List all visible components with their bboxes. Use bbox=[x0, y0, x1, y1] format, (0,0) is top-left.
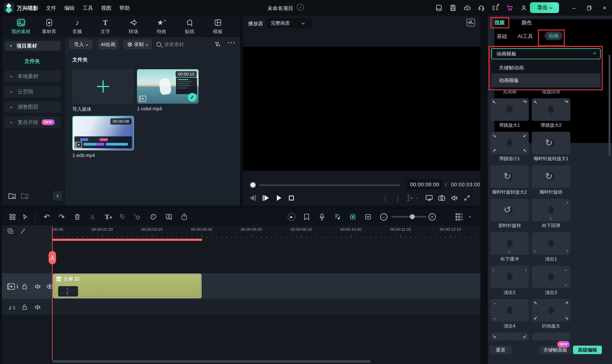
voiceover-mic-icon[interactable] bbox=[318, 213, 326, 221]
filter-icon[interactable] bbox=[214, 41, 221, 48]
split-scissors-icon[interactable] bbox=[88, 213, 97, 221]
animation-tile-顺时针旋转[interactable]: ↻ bbox=[532, 165, 570, 188]
split-screen-icon[interactable] bbox=[349, 213, 357, 221]
panel-layout-icon[interactable] bbox=[435, 4, 443, 12]
zoom-slider-handle[interactable] bbox=[410, 214, 415, 219]
animation-tile-淡出3[interactable]: ←← bbox=[532, 266, 570, 288]
clip-tile-1-edit[interactable]: 00:00:08 bbox=[72, 116, 134, 150]
delete-folder-icon[interactable] bbox=[20, 192, 29, 200]
video-preview[interactable] bbox=[243, 47, 480, 171]
menu-item[interactable]: 文件 bbox=[46, 5, 56, 12]
restore-button[interactable] bbox=[583, 0, 596, 16]
cloud-sync-icon[interactable] bbox=[463, 4, 471, 12]
mark-out-icon[interactable]: } bbox=[393, 193, 402, 203]
minimize-button[interactable]: – bbox=[567, 0, 581, 16]
track-view-icon[interactable] bbox=[453, 213, 465, 221]
speech-to-text-icon[interactable]: TT bbox=[119, 213, 127, 221]
media-tab-5[interactable]: 转场 bbox=[119, 16, 147, 37]
animation-tile-淡出1[interactable]: ↑↑ bbox=[532, 232, 570, 255]
menu-item[interactable]: 工具 bbox=[83, 5, 93, 12]
advanced-edit-button[interactable]: 高级编辑 bbox=[573, 346, 602, 354]
menu-item[interactable]: 帮助 bbox=[119, 5, 130, 12]
zoom-in-icon[interactable]: + bbox=[428, 213, 436, 221]
previous-frame-button[interactable] bbox=[248, 193, 257, 203]
render-preview-icon[interactable]: ▶ bbox=[287, 213, 296, 221]
support-headset-icon[interactable] bbox=[477, 4, 485, 12]
animation-type-dropdown[interactable]: 动画模板 bbox=[491, 48, 601, 59]
seek-handle[interactable] bbox=[250, 182, 256, 188]
add-folder-icon[interactable] bbox=[8, 192, 16, 200]
menu-item[interactable]: 视图 bbox=[101, 5, 111, 12]
reset-button[interactable]: 重置 bbox=[490, 346, 512, 354]
export-button[interactable]: 导出 bbox=[530, 2, 559, 13]
mark-in-icon[interactable]: { bbox=[381, 193, 390, 203]
text-tool-icon[interactable]: T◢ bbox=[104, 213, 112, 221]
scopes-icon[interactable] bbox=[467, 19, 475, 26]
timeline-clip-split-screen[interactable]: 分屏 22 1 2 bbox=[53, 274, 201, 298]
redo-icon[interactable]: ↷ bbox=[57, 213, 66, 221]
collapse-sidebar-button[interactable]: ‹ bbox=[53, 191, 62, 201]
animation-tile-向下缓冲[interactable]: ↓ bbox=[490, 232, 529, 255]
import-button[interactable]: 导入 bbox=[69, 39, 92, 49]
media-tab-8[interactable]: 模板 bbox=[204, 16, 232, 37]
animation-tile-弹跳放大2[interactable]: ↖↷ bbox=[532, 98, 570, 121]
sidebar-item-project-media[interactable]: ▾ 项目素材 bbox=[5, 41, 61, 51]
more-options-icon[interactable]: ··· bbox=[227, 39, 236, 46]
delete-icon[interactable] bbox=[73, 213, 81, 221]
snapshot-camera-icon[interactable] bbox=[438, 193, 446, 203]
animation-tile[interactable] bbox=[532, 333, 570, 340]
animation-tile-顺时针旋转放大2[interactable]: ↻ bbox=[490, 165, 529, 188]
media-tab-4[interactable]: T文字 bbox=[91, 16, 119, 37]
export-dropdown-icon[interactable] bbox=[549, 6, 552, 9]
playhead[interactable] bbox=[52, 226, 52, 360]
play-button[interactable] bbox=[275, 193, 283, 203]
subtab-animation[interactable]: 动画 bbox=[545, 31, 562, 40]
keyframe-icon[interactable]: ◇+ bbox=[133, 213, 142, 221]
mute-track-icon[interactable] bbox=[34, 283, 41, 290]
sidebar-item[interactable]: ▸云空间 bbox=[5, 86, 61, 98]
apps-grid-icon[interactable] bbox=[491, 4, 500, 12]
import-media-tile[interactable] bbox=[72, 69, 134, 104]
speed-clock-icon[interactable] bbox=[180, 213, 188, 221]
animation-tile-闪动放大[interactable]: ↖↗↙↘ bbox=[532, 299, 570, 322]
audio-beat-icon[interactable] bbox=[333, 213, 342, 221]
media-tab-2[interactable]: 素材库 bbox=[35, 16, 63, 37]
playhead-cut-handle[interactable] bbox=[49, 251, 56, 264]
lock-track-icon[interactable] bbox=[22, 304, 27, 310]
search-input[interactable] bbox=[164, 41, 206, 47]
clip-tile-1-color[interactable]: 00:00:10 ✓ bbox=[137, 69, 199, 104]
lock-track-icon[interactable] bbox=[22, 283, 27, 290]
subtab-ai-tools[interactable]: AI工具 bbox=[518, 33, 533, 40]
color-palette-icon[interactable] bbox=[149, 213, 158, 221]
store-cart-icon[interactable] bbox=[506, 4, 514, 12]
portrait-cutout-icon[interactable] bbox=[165, 213, 173, 221]
animation-tile-弹跳缩小1[interactable]: ↘↙↗↖ bbox=[490, 132, 529, 154]
fit-timeline-icon[interactable] bbox=[364, 213, 372, 221]
fullscreen-icon[interactable] bbox=[463, 193, 471, 203]
save-icon[interactable] bbox=[449, 4, 457, 12]
sidebar-item[interactable]: ▸复合片段NEW bbox=[5, 116, 61, 128]
animation-tile-逆时针旋转[interactable]: ↺ bbox=[490, 199, 529, 221]
trim-tool-icon[interactable] bbox=[405, 193, 418, 203]
animation-tile-顺时针旋转放大1[interactable]: ↻ bbox=[532, 132, 570, 154]
animation-tile-淡出4[interactable]: →→ bbox=[490, 299, 529, 322]
current-timecode[interactable]: 00:00:00:00 bbox=[407, 179, 443, 190]
animation-tile-向下回弹[interactable]: ↑↓ bbox=[532, 199, 570, 221]
select-cursor-icon[interactable] bbox=[21, 213, 29, 221]
media-tab-7[interactable]: 贴纸 bbox=[176, 16, 204, 37]
animation-tile-弹跳放大1[interactable]: ↖↷ bbox=[490, 98, 529, 121]
search-box[interactable] bbox=[156, 39, 206, 49]
tab-color[interactable]: 颜色 bbox=[521, 19, 532, 26]
volume-icon[interactable] bbox=[450, 193, 458, 203]
record-button[interactable]: 录制 bbox=[124, 39, 152, 49]
animation-tile[interactable]: ↘↙ bbox=[490, 333, 529, 340]
sidebar-item-folder-selected[interactable]: 文件夹 bbox=[25, 58, 40, 65]
media-manage-icon[interactable] bbox=[8, 213, 17, 221]
track-view-caret-icon[interactable]: ▾ bbox=[466, 213, 474, 221]
user-account-icon[interactable] bbox=[520, 4, 528, 12]
close-button[interactable]: × bbox=[598, 0, 611, 16]
timeline-horizontal-scrollbar[interactable] bbox=[52, 360, 371, 363]
stop-button[interactable] bbox=[287, 193, 296, 203]
media-tab-3[interactable]: ♪音频 bbox=[63, 16, 91, 37]
playback-quality-dropdown[interactable]: 完整画质 bbox=[266, 18, 313, 28]
